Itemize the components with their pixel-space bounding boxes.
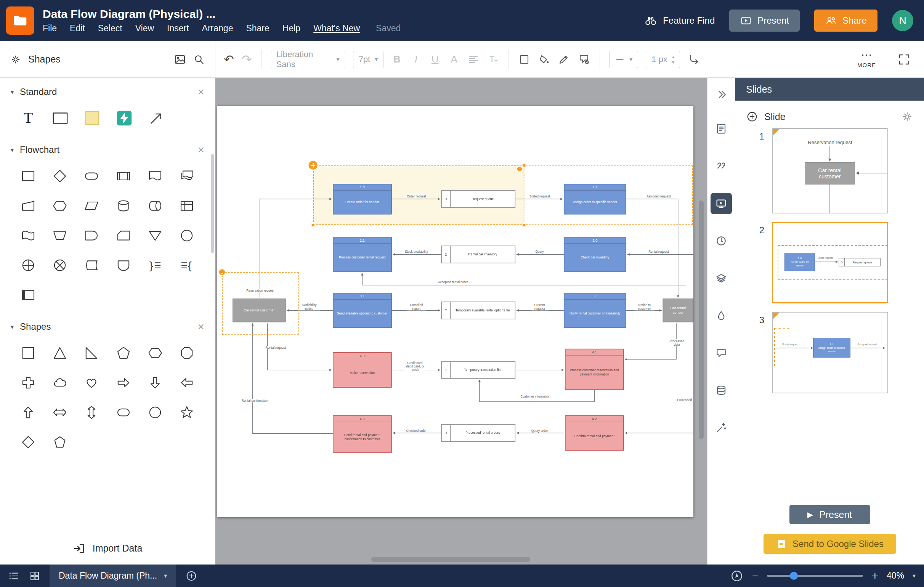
vertical-scrollbar[interactable] (699, 201, 704, 439)
diamond-icon[interactable] (18, 432, 38, 452)
shape-options-icon[interactable] (578, 53, 591, 66)
add-slide-button[interactable]: Slide (764, 111, 785, 122)
line-color-icon[interactable] (558, 53, 570, 66)
horizontal-scrollbar[interactable] (371, 557, 530, 562)
font-family-select[interactable]: Liberation Sans▾ (271, 51, 345, 68)
arrow-updown-icon[interactable] (82, 402, 101, 422)
menu-edit[interactable]: Edit (70, 23, 85, 33)
redo-button[interactable]: ↷ (242, 52, 252, 67)
star-icon[interactable] (177, 402, 197, 422)
triangle-icon[interactable] (50, 343, 70, 363)
captions-icon[interactable] (711, 155, 732, 177)
arrow-left-icon[interactable] (177, 373, 197, 392)
flow-label[interactable]: Rental request (265, 346, 286, 349)
process-node-1.1[interactable]: 1.1Assign order to specific vendor (564, 184, 626, 214)
text-icon[interactable]: T (18, 108, 38, 128)
zoom-menu-caret[interactable]: ▾ (912, 572, 916, 579)
diagram-page[interactable]: 1 1.0Create order for vendorDRequest que… (217, 106, 693, 517)
collapse-arrow-icon[interactable]: ▾ (11, 323, 14, 330)
menu-file[interactable]: File (43, 23, 57, 33)
display-icon[interactable] (114, 256, 134, 275)
app-logo[interactable] (6, 7, 34, 35)
italic-button[interactable]: I (410, 53, 422, 65)
rectangle-icon[interactable] (50, 108, 70, 128)
comments-icon[interactable] (711, 342, 732, 364)
import-data-button[interactable]: Import Data (0, 532, 215, 564)
data-store-node[interactable]: DRequest queue (441, 190, 515, 208)
note-icon[interactable] (18, 285, 38, 305)
square-icon[interactable] (18, 343, 38, 363)
close-section-icon[interactable]: × (198, 320, 204, 333)
menu-view[interactable]: View (135, 23, 154, 33)
data-store-node[interactable]: TTemporary transaction file (441, 361, 515, 379)
data-linking-icon[interactable] (711, 380, 732, 401)
process-node-1.0[interactable]: 1.0Create order for vendor (333, 184, 392, 214)
flow-label[interactable]: Stock availability (404, 250, 429, 253)
more-button[interactable]: ⋯ MORE (857, 51, 876, 68)
brace-right-icon[interactable]: } (145, 256, 165, 275)
lightning-icon[interactable] (114, 108, 134, 128)
flow-label[interactable]: Notice to customer (634, 303, 655, 311)
shape-outline-icon[interactable] (518, 53, 530, 66)
pages-list-icon[interactable] (8, 570, 20, 582)
flow-label[interactable]: Rental request (648, 250, 669, 253)
process-node-2.1[interactable]: 2.1Process customer rental request (333, 237, 392, 272)
flow-label[interactable]: Compiled report (407, 303, 426, 311)
line-style-select[interactable]: ▾ (609, 51, 638, 68)
zoom-slider-thumb[interactable] (790, 572, 798, 580)
flow-label[interactable]: Reservation request (246, 289, 275, 292)
flow-label[interactable]: Assigned request (646, 195, 671, 198)
arrow-ne-icon[interactable] (146, 108, 166, 128)
process-node-4.3[interactable]: 4.3Send rental and payment confirmation … (333, 416, 392, 453)
history-icon[interactable] (711, 230, 732, 252)
search-icon[interactable] (193, 53, 205, 66)
text-color-button[interactable]: A (448, 53, 460, 65)
process-node-3.1[interactable]: 3.1Send available options to customer (333, 293, 392, 328)
irregular-pentagon-icon[interactable] (50, 432, 70, 452)
collapse-arrow-icon[interactable]: ▾ (11, 88, 14, 96)
flow-label[interactable]: Query (535, 250, 544, 253)
summing-junction-icon[interactable] (50, 256, 70, 275)
fill-color-icon[interactable] (538, 53, 550, 66)
card-icon[interactable] (114, 226, 134, 246)
paper-tape-icon[interactable] (18, 226, 38, 246)
data-store-node[interactable]: DRental car inventory (441, 246, 515, 263)
preparation-icon[interactable] (50, 196, 70, 216)
send-to-google-slides-button[interactable]: Send to Google Slides (764, 534, 896, 554)
arrow-leftright-icon[interactable] (50, 402, 70, 422)
menu-help[interactable]: Help (282, 23, 300, 33)
flow-label[interactable]: Credit card, debit card, or cash (405, 361, 426, 372)
pages-grid-icon[interactable] (29, 570, 40, 582)
menu-insert[interactable]: Insert (167, 23, 189, 33)
slide-thumbnail-2[interactable]: 1.0 Create order for vendor Order reques… (772, 222, 888, 303)
shapes-settings-icon[interactable] (10, 54, 21, 65)
brace-left-icon[interactable]: { (177, 256, 197, 275)
flow-label[interactable]: Accepted rental order (437, 280, 469, 284)
right-triangle-icon[interactable] (82, 343, 101, 363)
present-button[interactable]: Present (729, 10, 800, 31)
flow-label[interactable]: Processed (676, 398, 693, 402)
cross-icon[interactable] (18, 373, 38, 392)
document-title[interactable]: Data Flow Diagram (Physical) ... (43, 8, 401, 21)
bold-button[interactable]: B (391, 53, 403, 65)
canvas[interactable]: 1 1.0Create order for vendorDRequest que… (215, 78, 707, 564)
pentagon-icon[interactable] (114, 343, 134, 363)
flow-label[interactable]: Custom request (531, 303, 548, 311)
panel-scrollbar[interactable] (211, 154, 214, 253)
image-icon[interactable] (174, 53, 186, 66)
line-width-stepper[interactable]: ▴▾ (672, 54, 674, 64)
octagon-icon[interactable] (177, 343, 197, 363)
or-junction-icon[interactable] (18, 256, 38, 275)
move-handle-icon[interactable] (308, 160, 318, 170)
flow-label[interactable]: Customer information (520, 394, 551, 398)
selection-handle[interactable] (523, 223, 526, 227)
data-store-node[interactable]: TTemporary available rental options file (441, 302, 515, 319)
feature-find-button[interactable]: Feature Find (644, 14, 715, 28)
merge-icon[interactable] (145, 226, 165, 246)
document-icon[interactable] (145, 166, 165, 186)
close-section-icon[interactable]: × (198, 143, 204, 156)
flow-label[interactable]: Rental confirmation (241, 399, 269, 402)
present-mode-icon[interactable] (711, 193, 732, 214)
align-icon[interactable] (467, 53, 480, 66)
hexagon-icon[interactable] (145, 343, 165, 363)
